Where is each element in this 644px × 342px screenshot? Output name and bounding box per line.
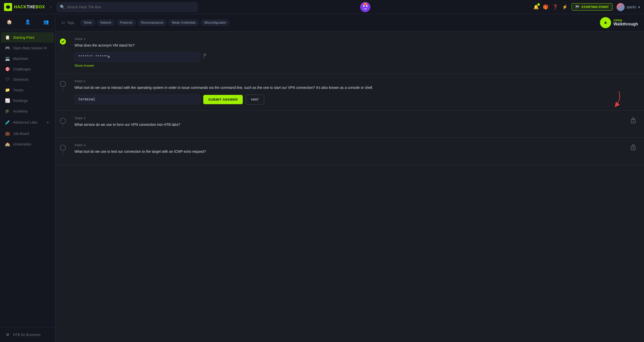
logo-text: HACKTHEBOX — [14, 5, 45, 9]
task-content-2: TASK 2 What tool do we use to interact w… — [70, 80, 636, 104]
sidebar-item-advanced-labs[interactable]: 🧪 Advanced Labs ＋ — [1, 117, 54, 128]
help-icon[interactable]: ❓ — [552, 4, 558, 10]
task-content-1: TASK 1 What does the acronym VM stand fo… — [70, 37, 636, 67]
task-input-row-1: ? — [74, 52, 636, 62]
add-lab-icon[interactable]: ＋ — [46, 119, 50, 125]
tracks-icon: 📁 — [5, 88, 10, 92]
tags-label: 🏷 Tags — [61, 21, 74, 25]
starting-point-icon: 🏁 — [575, 5, 579, 9]
walkthrough-download-icon — [600, 17, 611, 28]
task-answer-input-1[interactable] — [74, 52, 200, 62]
sidebar-item-label: Universities — [13, 142, 31, 146]
notifications-icon[interactable]: 🔔 — [533, 4, 539, 10]
task-label-2: TASK 2 — [74, 80, 636, 83]
sidebar-item-job-board[interactable]: 💼 Job Board — [1, 128, 54, 139]
starting-point-button[interactable]: 🏁 STARTING POINT — [572, 3, 613, 11]
task-item-1: TASK 1 What does the acronym VM stand fo… — [55, 31, 644, 74]
sidebar-item-htb-business[interactable]: 🖥 HTB for Business — [1, 330, 54, 340]
task-timeline-3 — [55, 117, 70, 129]
show-answer-1[interactable]: Show Answer — [74, 64, 636, 67]
task-content-3: TASK 3 What service do we use to form ou… — [70, 117, 630, 131]
lock-icon-4 — [630, 144, 636, 152]
sidebar-item-label: Open Beta Season III — [13, 46, 47, 50]
job-board-icon: 💼 — [5, 131, 10, 136]
task-item-2: TASK 2 What tool do we use to interact w… — [55, 74, 644, 110]
flag-icon-1[interactable]: ? — [203, 53, 209, 61]
rankings-icon: 📈 — [5, 98, 10, 103]
lightning-icon[interactable]: ⚡ — [562, 4, 568, 10]
gift-icon[interactable]: 🎁 — [543, 4, 548, 10]
sidebar-nav: 📋 Starting Point 🎮 Open Beta Season III … — [0, 30, 55, 327]
sidebar-item-label: Starting Point — [13, 35, 34, 40]
svg-point-3 — [366, 5, 368, 7]
walkthrough-label: Walkthrough — [614, 22, 638, 26]
sidebar-item-label: Machines — [13, 57, 28, 61]
search-input[interactable] — [67, 5, 194, 9]
task-line-4 — [63, 151, 63, 156]
task-answer-input-2[interactable] — [74, 95, 200, 104]
user-avatar — [617, 3, 625, 11]
user-menu-button[interactable]: qianfu ▾ — [617, 3, 640, 11]
htb-business-icon: 🖥 — [5, 332, 10, 337]
task-content-4: TASK 4 What tool do we use to test our c… — [70, 144, 630, 158]
open-beta-icon: 🎮 — [5, 46, 10, 50]
walkthrough-text: OPEN Walkthrough — [614, 19, 638, 26]
walkthrough-button[interactable]: OPEN Walkthrough — [600, 17, 638, 28]
svg-point-4 — [363, 3, 367, 5]
sidebar-item-label: Rankings — [13, 99, 28, 103]
tags-container: Telnet Network Protocols Reconnaissance … — [80, 20, 596, 26]
task-item-4: TASK 4 What tool do we use to test our c… — [55, 138, 644, 165]
logo[interactable]: HACKTHEBOX — [4, 3, 45, 11]
sidebar-item-starting-point[interactable]: 📋 Starting Point — [1, 32, 54, 43]
tag-telnet[interactable]: Telnet — [80, 20, 95, 26]
task-dot-2 — [60, 81, 66, 87]
sidebar-item-universities[interactable]: 🏫 Universities — [1, 139, 54, 149]
sidebar-icon-user[interactable]: 👤 — [18, 17, 37, 27]
task-dot-4 — [60, 145, 66, 151]
sidebar-item-academy[interactable]: 🎓 Academy — [1, 106, 54, 116]
tag-reconnaissance[interactable]: Reconnaissance — [138, 20, 167, 26]
task-line-1 — [63, 45, 63, 50]
nav-center — [202, 2, 529, 12]
sidebar-icon-home[interactable]: 🏠 — [0, 17, 18, 27]
notification-badge — [537, 3, 540, 6]
svg-point-12 — [633, 148, 634, 149]
walkthrough-open-label: OPEN — [614, 19, 638, 22]
sidebar-item-label: Challenges — [13, 67, 31, 71]
task-input-row-2: SUBMIT ANSWER HINT — [74, 95, 636, 104]
tag-protocols[interactable]: Protocols — [117, 20, 136, 26]
svg-point-10 — [633, 121, 634, 122]
sidebar-item-label: Academy — [13, 109, 28, 113]
tag-network[interactable]: Network — [97, 20, 115, 26]
lock-icon-3 — [630, 117, 636, 125]
back-button[interactable]: ‹ — [49, 3, 53, 11]
sidebar-top-icons: 🏠 👤 👥 — [0, 14, 55, 30]
content-area: 🏷 Tags Telnet Network Protocols Reconnai… — [55, 14, 644, 342]
sidebar-item-label: Job Board — [13, 132, 29, 136]
sidebar-bottom: 🖥 HTB for Business — [0, 327, 55, 342]
task-line-3 — [63, 124, 63, 129]
sidebar-icon-team[interactable]: 👥 — [37, 17, 55, 27]
chevron-down-icon: ▾ — [638, 5, 640, 9]
tag-weak-credentials[interactable]: Weak Credentials — [169, 20, 199, 26]
submit-answer-button[interactable]: SUBMIT ANSWER — [203, 95, 243, 104]
sidebar-item-label: HTB for Business — [13, 333, 41, 337]
task-label-3: TASK 3 — [74, 117, 630, 120]
sidebar-item-tracks[interactable]: 📁 Tracks — [1, 85, 54, 95]
nav-icons: 🔔 🎁 ❓ ⚡ 🏁 STARTING POINT qianfu ▾ — [533, 3, 640, 11]
task-timeline-2 — [55, 80, 70, 92]
task-label-4: TASK 4 — [74, 144, 630, 147]
tags-text: Tags — [67, 21, 74, 25]
challenges-icon: 🎯 — [5, 67, 10, 71]
nav-mascot-avatar[interactable] — [360, 2, 370, 12]
sidebar-item-sherlocks[interactable]: 🛡 Sherlocks — [1, 74, 54, 85]
search-bar[interactable]: 🔍 — [57, 2, 197, 12]
tag-misconfiguration[interactable]: Misconfiguration — [201, 20, 229, 26]
sidebar-item-machines[interactable]: 💻 Machines — [1, 53, 54, 64]
hint-button[interactable]: HINT — [246, 95, 264, 104]
task-timeline-1 — [55, 37, 70, 50]
sidebar-item-rankings[interactable]: 📈 Rankings — [1, 95, 54, 106]
academy-icon: 🎓 — [5, 109, 10, 113]
sidebar-item-challenges[interactable]: 🎯 Challenges — [1, 64, 54, 74]
sidebar-item-open-beta[interactable]: 🎮 Open Beta Season III — [1, 43, 54, 53]
